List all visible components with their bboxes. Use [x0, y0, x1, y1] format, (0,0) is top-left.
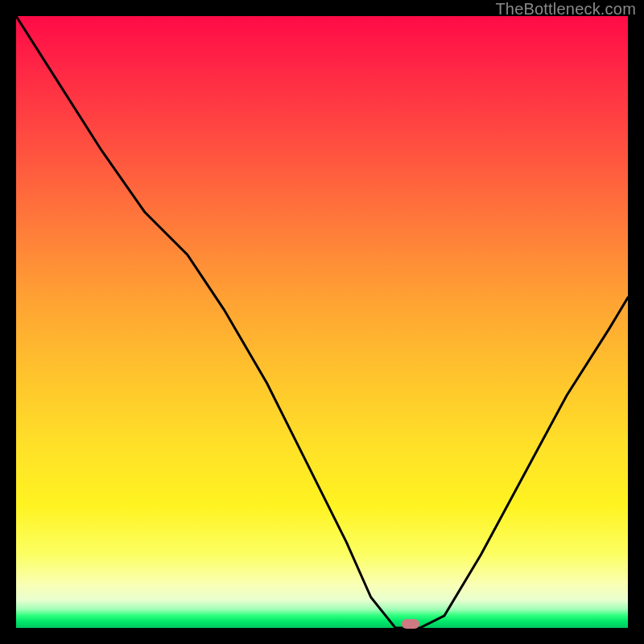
chart-frame: TheBottleneck.com	[0, 0, 644, 644]
optimal-marker	[402, 619, 419, 629]
bottleneck-curve	[16, 16, 628, 628]
plot-area	[16, 16, 628, 628]
curve-path	[16, 16, 628, 628]
